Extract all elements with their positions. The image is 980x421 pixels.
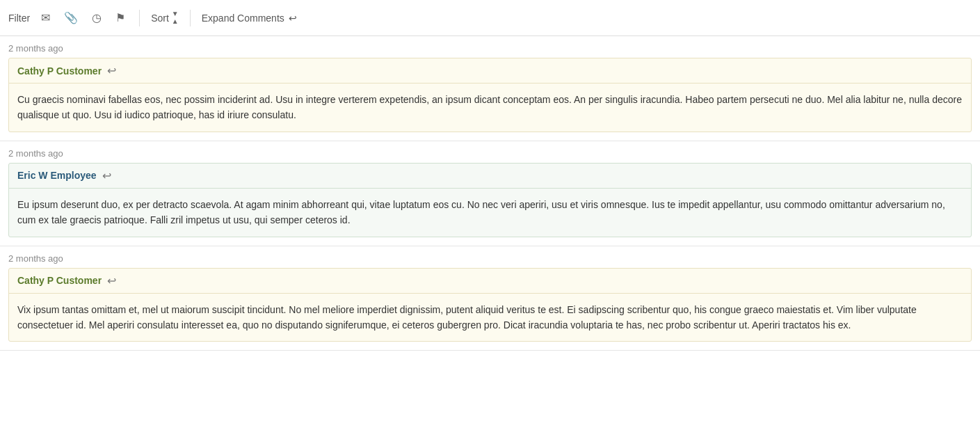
comment-card-3: Cathy P Customer ↩ Vix ipsum tantas omit… [8,268,972,342]
comment-body-2: Eu ipsum deserunt duo, ex per detracto s… [9,189,971,237]
comment-card-2: Eric W Employee ↩ Eu ipsum deserunt duo,… [8,163,972,237]
comment-header-3: Cathy P Customer ↩ [9,269,971,294]
toolbar-divider-2 [190,10,191,26]
comment-group-2: 2 months ago Eric W Employee ↩ Eu ipsum … [0,141,980,246]
comment-author-3: Cathy P Customer [17,275,102,286]
timestamp-2: 2 months ago [0,141,980,163]
sort-section: Sort ▼ ▲ [151,10,179,25]
comments-content: 2 months ago Cathy P Customer ↩ Cu graec… [0,36,980,421]
comment-author-2: Eric W Employee [17,170,97,181]
comment-body-3: Vix ipsum tantas omittam et, mel ut maio… [9,294,971,342]
sort-asc-arrow[interactable]: ▲ [172,18,179,25]
comment-card-1: Cathy P Customer ↩ Cu graecis nominavi f… [8,58,972,132]
comment-group-3: 2 months ago Cathy P Customer ↩ Vix ipsu… [0,246,980,351]
comment-body-1: Cu graecis nominavi fabellas eos, nec po… [9,84,971,132]
reply-button-3[interactable]: ↩ [107,274,116,287]
timestamp-3: 2 months ago [0,246,980,268]
sort-arrows: ▼ ▲ [172,10,179,25]
sort-desc-arrow[interactable]: ▼ [172,10,179,17]
comment-author-1: Cathy P Customer [17,65,102,77]
expand-comments-label: Expand Comments [202,13,284,24]
app-container: Filter ✉ 📎 ◷ ⚑ Sort ▼ ▲ Expand Comments … [0,0,980,421]
toolbar-divider-1 [139,10,140,26]
comment-header-1: Cathy P Customer ↩ [9,58,971,84]
reply-button-1[interactable]: ↩ [107,64,116,77]
filter-label: Filter [8,13,30,24]
timestamp-1: 2 months ago [0,36,980,58]
toolbar: Filter ✉ 📎 ◷ ⚑ Sort ▼ ▲ Expand Comments … [0,0,980,36]
expand-comments-button[interactable]: Expand Comments ↩ [202,13,297,24]
reply-icon: ↩ [289,13,297,24]
clock-icon[interactable]: ◷ [89,8,104,27]
reply-button-2[interactable]: ↩ [102,169,111,182]
paperclip-icon[interactable]: 📎 [61,8,81,27]
sort-label: Sort [151,13,169,24]
bug-icon[interactable]: ⚑ [113,8,128,27]
comment-header-2: Eric W Employee ↩ [9,164,971,189]
email-icon[interactable]: ✉ [38,8,53,27]
comment-group-1: 2 months ago Cathy P Customer ↩ Cu graec… [0,36,980,141]
